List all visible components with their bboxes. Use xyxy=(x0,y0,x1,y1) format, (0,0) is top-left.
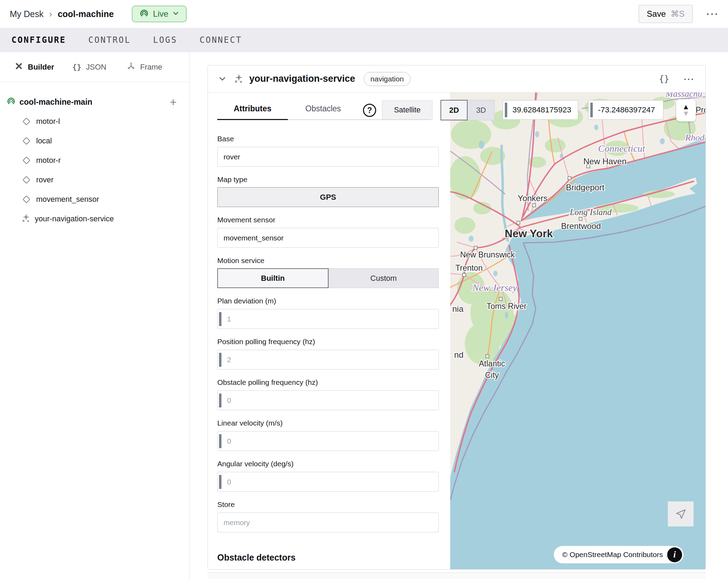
map-label-bridgeport: Bridgeport xyxy=(566,183,605,192)
mode-json[interactable]: {} JSON xyxy=(72,63,106,72)
linear-velocity-label: Linear velocity (m/s) xyxy=(217,419,439,427)
number-drag-handle[interactable] xyxy=(590,103,593,117)
card-header: your-navigation-service navigation {} ⋯ xyxy=(208,65,705,93)
edit-json-icon[interactable]: {} xyxy=(659,74,669,84)
collapse-chevron-icon[interactable] xyxy=(218,75,226,83)
main-tab-bar: CONFIGURE CONTROL LOGS CONNECT xyxy=(0,28,728,52)
plan-deviation-input[interactable] xyxy=(217,309,439,329)
tree-item-motor-l[interactable]: motor-l xyxy=(0,116,189,127)
component-diamond-icon xyxy=(23,137,31,145)
tree-item-navigation-service[interactable]: your-navigation-service xyxy=(0,213,189,225)
zoom-out-arrow[interactable]: ▼ xyxy=(682,110,690,117)
map-label-new-haven: New Haven xyxy=(583,157,626,166)
linear-velocity-input[interactable] xyxy=(217,431,439,451)
base-label: Base xyxy=(217,135,439,143)
motion-service-builtin[interactable]: Builtin xyxy=(217,268,329,288)
tab-obstacles[interactable]: Obstacles xyxy=(288,104,358,119)
latitude-input[interactable] xyxy=(503,101,578,119)
tab-control[interactable]: CONTROL xyxy=(88,35,131,45)
mode-builder-label: Builder xyxy=(28,63,54,72)
number-drag-handle[interactable] xyxy=(505,103,507,117)
service-sparkle-icon xyxy=(233,73,244,85)
obstacle-polling-input[interactable] xyxy=(217,390,439,410)
number-drag-handle[interactable] xyxy=(219,475,221,489)
top-bar: My Desk › cool-machine Live Save ⌘S ⋯ xyxy=(0,0,728,28)
tab-connect[interactable]: CONNECT xyxy=(200,35,242,45)
next-panel-edge xyxy=(208,572,706,579)
map-label-atlantic-city-line2: City xyxy=(485,371,499,380)
recenter-location-button[interactable] xyxy=(668,501,694,526)
save-button[interactable]: Save ⌘S xyxy=(639,5,693,23)
overflow-menu-icon[interactable]: ⋯ xyxy=(706,8,719,20)
machine-part-tree: cool-machine-main + motor-l local motor-… xyxy=(0,82,189,225)
config-content: your-navigation-service navigation {} ⋯ xyxy=(189,52,728,579)
plan-deviation-label: Plan deviation (m) xyxy=(217,297,439,305)
number-drag-handle[interactable] xyxy=(219,394,221,407)
map-type-gps-button[interactable]: GPS xyxy=(217,187,439,207)
base-input[interactable] xyxy=(217,147,439,167)
sidebar-mode-switcher: Builder {} JSON Frame xyxy=(0,52,189,82)
live-status-dropdown[interactable]: Live xyxy=(132,6,187,22)
motion-service-toggle: Builtin Custom xyxy=(217,268,439,288)
card-overflow-menu-icon[interactable]: ⋯ xyxy=(683,73,695,85)
obstacle-polling-label: Obstacle polling frequency (hz) xyxy=(217,378,439,387)
map-label-massachusetts: Massachu xyxy=(665,93,702,99)
breadcrumb-separator: › xyxy=(49,9,52,19)
paper-plane-icon xyxy=(675,508,687,520)
mode-json-label: JSON xyxy=(86,63,106,72)
component-diamond-icon xyxy=(23,196,31,204)
number-drag-handle[interactable] xyxy=(219,353,221,367)
breadcrumb: My Desk › cool-machine xyxy=(10,9,114,19)
tree-item-label: motor-l xyxy=(36,117,60,126)
store-input[interactable] xyxy=(217,513,439,532)
satellite-toggle-button[interactable]: Satellite xyxy=(382,101,432,120)
angular-velocity-input[interactable] xyxy=(217,472,439,492)
map-label-atlantic-city: Atlantic xyxy=(479,359,505,368)
mode-frame[interactable]: Frame xyxy=(127,62,162,73)
map-attribution: © OpenStreetMap Contributors i xyxy=(554,546,683,563)
map-label-new-york: New York xyxy=(505,228,553,240)
tree-item-rover[interactable]: rover xyxy=(0,174,189,186)
map-type-label: Map type xyxy=(217,175,439,184)
tree-item-label: your-navigation-service xyxy=(35,214,114,223)
tab-logs[interactable]: LOGS xyxy=(153,35,177,45)
motion-service-custom[interactable]: Custom xyxy=(329,268,439,288)
map-label-trenton: Trenton xyxy=(455,263,483,272)
movement-sensor-label: Movement sensor xyxy=(217,216,439,224)
latitude-field xyxy=(503,100,578,120)
position-polling-input[interactable] xyxy=(217,350,439,370)
tree-item-label: movement_sensor xyxy=(36,195,99,204)
broadcast-icon xyxy=(139,9,149,19)
longitude-input[interactable] xyxy=(589,101,663,119)
tree-item-label: rover xyxy=(36,175,54,184)
machine-broadcast-icon xyxy=(7,97,16,107)
map-label-toms-river: Toms River xyxy=(486,302,526,311)
info-icon[interactable]: i xyxy=(667,547,682,562)
map-canvas[interactable]: Massachu Prov Rhod Connecticut New Haven… xyxy=(450,93,706,570)
breadcrumb-parent[interactable]: My Desk xyxy=(10,9,43,19)
tab-configure[interactable]: CONFIGURE xyxy=(11,35,66,45)
tree-item-label: motor-r xyxy=(36,156,61,165)
mode-frame-label: Frame xyxy=(140,63,162,72)
tree-root-row[interactable]: cool-machine-main + xyxy=(0,96,189,108)
add-component-button[interactable]: + xyxy=(170,96,177,108)
movement-sensor-input[interactable] xyxy=(217,228,439,248)
navigation-service-card: your-navigation-service navigation {} ⋯ xyxy=(208,65,706,570)
service-sparkle-icon xyxy=(21,213,31,225)
map-label-brentwood: Brentwood xyxy=(561,221,601,231)
map-2d-button[interactable]: 2D xyxy=(440,100,468,120)
number-drag-handle[interactable] xyxy=(219,434,221,448)
tree-item-motor-r[interactable]: motor-r xyxy=(0,154,189,166)
config-sidebar: Builder {} JSON Frame xyxy=(0,52,189,579)
mode-builder[interactable]: Builder xyxy=(14,62,54,73)
save-button-label: Save xyxy=(647,9,666,19)
builder-tools-icon xyxy=(14,62,23,73)
attributes-form: Attributes Obstacles Base Map type GPS M… xyxy=(217,93,439,563)
tree-item-movement-sensor[interactable]: movement_sensor xyxy=(0,193,189,205)
obstacle-detectors-heading: Obstacle detectors xyxy=(217,553,439,563)
tab-attributes[interactable]: Attributes xyxy=(217,104,288,120)
tree-item-local[interactable]: local xyxy=(0,135,189,147)
map-3d-button[interactable]: 3D xyxy=(468,100,495,120)
number-drag-handle[interactable] xyxy=(219,312,221,326)
help-button[interactable]: ? xyxy=(363,104,376,117)
